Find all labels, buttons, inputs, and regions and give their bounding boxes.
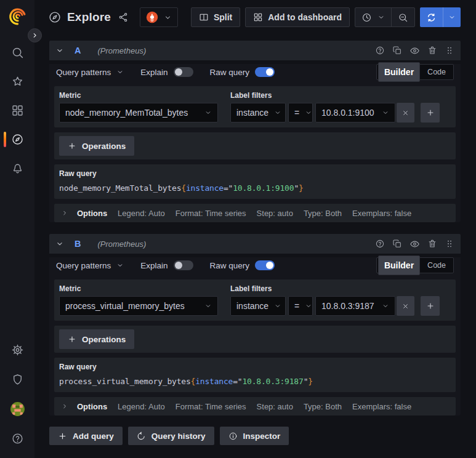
explore-toolbar: Explore Split Add to dashboard <box>34 0 476 34</box>
query-editor-body: Query patterns Explain Raw query Builder… <box>49 257 461 416</box>
sidebar-item-starred[interactable] <box>0 67 34 96</box>
refresh-interval-dropdown[interactable] <box>443 7 461 27</box>
metric-select[interactable]: node_memory_MemTotal_bytes <box>59 103 218 123</box>
explain-toggle-group: Explain <box>140 260 193 270</box>
raw-query-title: Raw query <box>59 363 451 371</box>
code-string-value: 10.8.0.3:9187 <box>242 377 303 386</box>
add-filter-button[interactable] <box>421 296 440 316</box>
query-help-button[interactable] <box>375 46 385 55</box>
code-string-value: 10.8.0.1:9100 <box>233 183 294 193</box>
operator-select[interactable]: = <box>288 296 313 316</box>
datasource-picker[interactable] <box>140 7 178 27</box>
raw-query-card: Raw query process_virtual_memory_bytes{i… <box>54 358 456 392</box>
add-to-dashboard-button[interactable]: Add to dashboard <box>245 7 350 27</box>
sidebar-bottom <box>0 335 34 458</box>
sidebar-expand-button[interactable] <box>28 28 42 42</box>
chevron-down-icon <box>204 109 212 116</box>
query-ref-id: B <box>75 239 81 249</box>
explain-label: Explain <box>140 261 167 270</box>
query-datasource-name: (Prometheus) <box>97 239 146 249</box>
raw-query-card: Raw query node_memory_MemTotal_bytes{ins… <box>54 164 456 199</box>
builder-mode-button[interactable]: Builder <box>378 62 420 82</box>
sidebar-item-configuration[interactable] <box>0 335 34 364</box>
inspector-label: Inspector <box>243 432 281 441</box>
time-picker-group <box>355 7 415 27</box>
builder-mode-button[interactable]: Builder <box>378 255 420 275</box>
option-step: Step: auto <box>257 402 293 411</box>
chevron-down-icon <box>382 302 389 310</box>
metric-select[interactable]: process_virtual_memory_bytes <box>59 296 218 316</box>
code-metric: process_virtual_memory_bytes <box>59 377 191 386</box>
question-circle-icon <box>375 46 385 55</box>
remove-filter-button[interactable] <box>397 296 414 316</box>
search-minus-icon <box>398 12 408 23</box>
query-options-row[interactable]: Options Legend: Auto Format: Time series… <box>54 397 456 416</box>
sidebar-item-search[interactable] <box>0 38 34 67</box>
sidebar-item-dashboards[interactable] <box>0 96 34 125</box>
explain-switch[interactable] <box>174 67 193 77</box>
code-close-brace: } <box>299 183 304 193</box>
operator-select[interactable]: = <box>288 103 313 123</box>
explain-switch[interactable] <box>174 260 193 270</box>
query-patterns-button[interactable]: Query patterns <box>56 68 124 77</box>
split-icon <box>199 12 209 22</box>
split-button[interactable]: Split <box>191 7 240 27</box>
explore-header: Explore <box>48 10 129 24</box>
remove-query-button[interactable] <box>427 239 437 249</box>
raw-query-switch[interactable] <box>255 67 275 77</box>
sidebar-item-server-admin[interactable] <box>0 364 34 394</box>
drag-handle[interactable] <box>445 46 454 55</box>
share-shortlink-button[interactable] <box>118 12 129 23</box>
user-avatar[interactable] <box>0 394 34 424</box>
raw-query-switch[interactable] <box>255 260 275 270</box>
query-patterns-button[interactable]: Query patterns <box>56 261 124 270</box>
drag-handle[interactable] <box>445 239 454 249</box>
add-filter-button[interactable] <box>421 103 440 123</box>
duplicate-query-button[interactable] <box>392 239 402 249</box>
sidebar-item-alerting[interactable] <box>0 154 34 183</box>
collapse-query-button[interactable] <box>55 239 64 248</box>
add-operation-button[interactable]: Operations <box>59 136 134 156</box>
query-patterns-label: Query patterns <box>56 261 111 270</box>
query-editor-row-b: B (Prometheus) Query patterns <box>49 234 461 416</box>
add-query-label: Add query <box>73 432 114 441</box>
code-equals: =" <box>224 183 233 193</box>
run-query-button[interactable] <box>420 7 443 27</box>
options-title: Options <box>77 402 107 411</box>
chevron-down-icon <box>55 46 64 55</box>
query-help-button[interactable] <box>375 239 385 249</box>
disable-query-button[interactable] <box>409 239 420 249</box>
add-operation-button[interactable]: Operations <box>59 329 134 349</box>
label-value: 10.8.0.1:9100 <box>321 108 376 118</box>
toolbar-actions: Split Add to dashboard <box>191 7 461 27</box>
query-options-row[interactable]: Options Legend: Auto Format: Time series… <box>54 204 456 222</box>
disable-query-button[interactable] <box>409 46 420 56</box>
duplicate-query-button[interactable] <box>392 46 402 55</box>
label-name-select[interactable]: instance <box>230 103 286 123</box>
time-range-picker[interactable] <box>355 8 391 26</box>
metric-field: Metric node_memory_MemTotal_bytes <box>59 91 218 123</box>
plus-icon <box>58 432 67 441</box>
code-mode-button[interactable]: Code <box>421 66 452 78</box>
remove-query-button[interactable] <box>427 46 437 55</box>
option-legend: Legend: Auto <box>118 402 165 411</box>
inspector-button[interactable]: Inspector <box>220 427 289 445</box>
remove-filter-button[interactable] <box>397 103 414 123</box>
label-value-select[interactable]: 10.8.0.1:9100 <box>315 103 395 123</box>
raw-query-toggle-group: Raw query <box>210 67 275 77</box>
label-name-select[interactable]: instance <box>230 296 286 316</box>
sidebar-item-help[interactable] <box>0 424 34 453</box>
code-mode-button[interactable]: Code <box>421 259 452 271</box>
collapse-query-button[interactable] <box>55 46 64 55</box>
chevron-down-icon <box>305 302 312 310</box>
query-history-button[interactable]: Query history <box>128 427 214 445</box>
zoom-out-time-range-button[interactable] <box>391 8 414 26</box>
label-value-select[interactable]: 10.8.0.3:9187 <box>315 296 395 316</box>
grip-dots-icon <box>445 239 454 249</box>
sidebar-item-explore[interactable] <box>0 125 34 154</box>
add-query-button[interactable]: Add query <box>49 427 123 445</box>
query-editor-toolbar: Query patterns Explain Raw query Builder… <box>54 64 456 80</box>
metric-label: Metric <box>59 91 218 100</box>
query-editor-body: Query patterns Explain Raw query Builder… <box>49 64 461 222</box>
grafana-logo-icon[interactable] <box>8 7 26 28</box>
